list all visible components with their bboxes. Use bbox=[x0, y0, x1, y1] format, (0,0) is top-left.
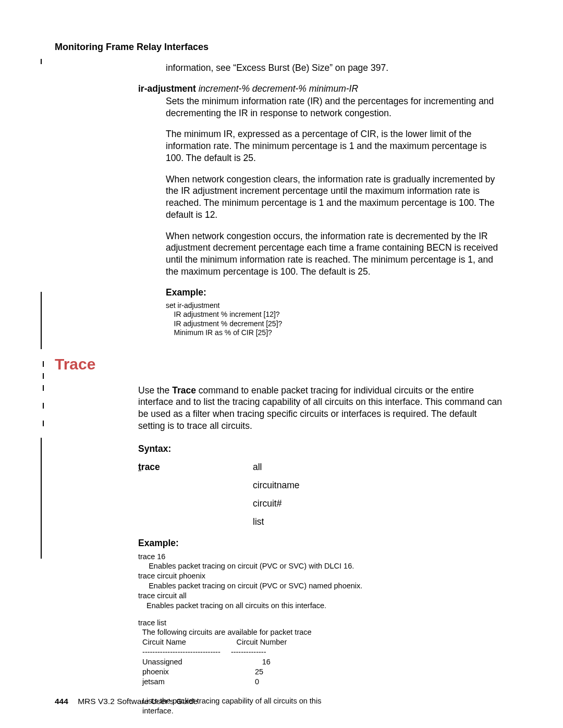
syntax-row-circuitnum: circuit# bbox=[138, 498, 506, 509]
ir-adjust-p1: Sets the minimum information rate (IR) a… bbox=[166, 95, 506, 119]
trace-example-block1: trace 16 Enables packet tracing on circu… bbox=[138, 552, 506, 611]
ir-adjust-p3: When network congestion clears, the info… bbox=[166, 174, 506, 221]
syntax-label: Syntax: bbox=[138, 443, 506, 454]
running-head: Monitoring Frame Relay Interfaces bbox=[55, 42, 506, 53]
syntax-row-list: list bbox=[138, 516, 506, 527]
page-number: 444 bbox=[55, 697, 68, 706]
syntax-arg-circuitnum: circuit# bbox=[253, 498, 282, 509]
syntax-row-circuitname: circuitname bbox=[138, 480, 506, 491]
footer-title: MRS V3.2 Software User’s Guide bbox=[78, 697, 198, 706]
syntax-arg-circuitname: circuitname bbox=[253, 480, 299, 491]
syntax-cmd: trace bbox=[138, 462, 253, 473]
syntax-arg-list: list bbox=[253, 516, 264, 527]
trace-intro: Use the Trace command to enable packet t… bbox=[138, 385, 506, 432]
syntax-row-all: trace all bbox=[138, 462, 506, 473]
ir-adjust-p2: The minimum IR, expressed as a percentag… bbox=[166, 128, 506, 164]
footer: 444 MRS V3.2 Software User’s Guide bbox=[55, 697, 198, 706]
intro-continuation: information, see “Excess Burst (Be) Size… bbox=[166, 62, 506, 74]
example1-code: set ir-adjustment IR adjustment % increm… bbox=[166, 301, 506, 338]
example1-label: Example: bbox=[166, 287, 506, 298]
syntax-arg-all: all bbox=[253, 462, 262, 473]
example2-label: Example: bbox=[138, 538, 506, 549]
term-name: ir-adjustment bbox=[138, 83, 196, 94]
trace-heading: Trace bbox=[55, 355, 506, 373]
ir-adjustment-term: ir-adjustment increment-% decrement-% mi… bbox=[138, 83, 506, 94]
ir-adjust-p4: When network congestion occurs, the info… bbox=[166, 230, 506, 278]
